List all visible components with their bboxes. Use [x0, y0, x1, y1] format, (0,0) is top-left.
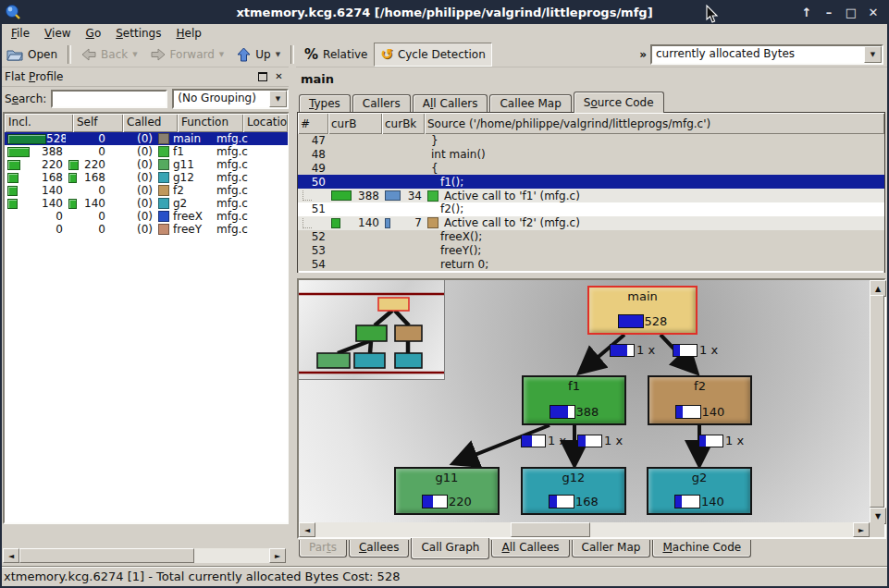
scroll-thumb[interactable] — [19, 548, 194, 563]
back-button[interactable]: Back ▼ — [75, 43, 144, 67]
source-line-47[interactable]: 47} — [298, 134, 884, 148]
tree-branch-icon — [303, 190, 312, 201]
scroll-left-icon[interactable]: ◄ — [3, 548, 19, 563]
toolbar-overflow-chevron[interactable]: » — [639, 48, 647, 61]
edge-cost-bar — [521, 435, 546, 447]
scroll-thumb[interactable] — [511, 522, 590, 537]
node-cost-bar — [549, 495, 574, 508]
tab-callees[interactable]: Callees — [349, 540, 409, 557]
search-label: Search: — [5, 92, 46, 105]
graph-hscrollbar[interactable]: ◄ ► — [299, 522, 870, 537]
flat-profile-row-g12[interactable]: 168168(0)g12mfg.c — [5, 171, 288, 184]
combo-dropdown-icon[interactable]: ▼ — [864, 46, 882, 63]
graph-node-f1[interactable]: f1388 — [522, 375, 626, 425]
tab-machine-code[interactable]: Machine Code — [652, 540, 751, 557]
scroll-left-icon[interactable]: ◄ — [299, 522, 315, 537]
relative-button[interactable]: % Relative — [298, 43, 374, 67]
flat-profile-row-freeY[interactable]: 00(0)freeYmfg.c — [5, 223, 288, 236]
dock-float-button[interactable] — [255, 70, 269, 82]
tab-all-callees[interactable]: All Callees — [491, 540, 569, 557]
flat-profile-row-freeX[interactable]: 00(0)freeXmfg.c — [5, 210, 288, 223]
open-button[interactable]: Open — [0, 43, 64, 67]
function-title: main — [301, 72, 334, 86]
up-dropdown-icon[interactable]: ▼ — [276, 51, 280, 58]
source-line-49[interactable]: 49{ — [298, 162, 884, 176]
scroll-thumb[interactable] — [870, 295, 884, 508]
tab-callers[interactable]: Callers — [352, 94, 411, 112]
column-header-function[interactable]: Function — [178, 114, 243, 132]
forward-dropdown-icon[interactable]: ▼ — [219, 51, 224, 58]
incl-value: 388 — [42, 145, 63, 158]
incl-cost-bar — [7, 199, 18, 209]
source-column-curbk[interactable]: curBk — [382, 113, 425, 134]
minimize-button[interactable]: – — [821, 6, 837, 19]
graph-node-main[interactable]: main528 — [587, 286, 698, 335]
node-cost-value: 168 — [575, 495, 599, 508]
self-value: 0 — [98, 223, 105, 236]
graph-node-g12[interactable]: g12168 — [521, 467, 626, 515]
call-graph-canvas[interactable]: main528f1388f2140g11220g12168g21401 x1 x… — [299, 280, 870, 522]
menu-go[interactable]: Go — [79, 26, 109, 41]
self-cost-bar — [68, 173, 77, 183]
grouping-combobox[interactable]: (No Grouping) ▼ — [172, 89, 289, 109]
self-value: 168 — [84, 171, 105, 184]
event-type-combobox[interactable]: currently allocated Bytes ▼ — [650, 44, 883, 65]
tab-types[interactable]: Types — [299, 94, 351, 112]
flat-profile-header: Incl.SelfCalledFunctionLocation — [5, 114, 288, 132]
source-line-54[interactable]: 54return 0; — [298, 257, 884, 271]
source-line-51[interactable]: 51f2(); — [298, 202, 884, 216]
source-column-curb[interactable]: curB — [328, 113, 382, 134]
cycle-detection-button[interactable]: ↺ Cycle Detection — [374, 43, 491, 67]
graph-node-f2[interactable]: f2140 — [648, 375, 752, 425]
source-line-48[interactable]: 48int main() — [298, 148, 884, 162]
maximize-button[interactable]: □ — [843, 6, 859, 19]
column-header-called[interactable]: Called — [123, 114, 178, 132]
line-number: 52 — [312, 230, 326, 243]
flat-profile-row-f2[interactable]: 1400(0)f2mfg.c — [5, 184, 288, 197]
source-header: #curBcurBkSource ('/home/philippe/valgri… — [298, 113, 884, 134]
flat-profile-row-g11[interactable]: 220220(0)g11mfg.c — [5, 158, 288, 171]
shade-button[interactable]: ↑ — [798, 6, 815, 19]
flat-profile-row-f1[interactable]: 3880(0)f1mfg.c — [5, 145, 288, 158]
graph-node-g2[interactable]: g2140 — [647, 467, 752, 515]
flat-profile-row-main[interactable]: 5280(0)mainmfg.c — [5, 132, 288, 145]
tab-caller-map[interactable]: Caller Map — [572, 540, 651, 557]
node-cost-bar — [674, 495, 700, 508]
source-line-52[interactable]: 52freeX(); — [298, 230, 884, 244]
tab-source-code[interactable]: Source Code — [574, 92, 664, 113]
source-line-50[interactable]: 50f1(); — [298, 175, 884, 189]
source-column-num[interactable]: # — [298, 113, 328, 134]
column-header-location[interactable]: Location — [243, 114, 288, 132]
menu-help[interactable]: Help — [168, 26, 208, 41]
menu-file[interactable]: File — [4, 26, 37, 41]
source-column-source[interactable]: Source ('/home/philippe/valgrind/littlep… — [425, 113, 884, 134]
search-input[interactable] — [51, 90, 167, 108]
source-call-row[interactable]: 1407Active call to 'f2' (mfg.c) — [298, 216, 884, 230]
column-header-self[interactable]: Self — [73, 114, 123, 132]
self-value: 0 — [98, 132, 105, 145]
tab-call-graph[interactable]: Call Graph — [411, 538, 489, 559]
menu-view[interactable]: View — [37, 26, 78, 41]
graph-node-g11[interactable]: g11220 — [394, 467, 500, 515]
column-header-incl[interactable]: Incl. — [5, 114, 73, 132]
graph-vscrollbar[interactable]: ▲ ▼ — [870, 280, 884, 522]
edge-call-count-label: 1 x — [521, 434, 566, 447]
scroll-right-icon[interactable]: ► — [269, 548, 286, 563]
flat-profile-hscrollbar[interactable]: ◄ ► — [3, 548, 286, 563]
close-button[interactable]: ✕ — [865, 6, 882, 19]
tab-parts[interactable]: Parts — [299, 540, 347, 557]
combo-dropdown-icon[interactable]: ▼ — [269, 91, 287, 107]
source-line-53[interactable]: 53freeY(); — [298, 243, 884, 257]
source-text: f2(); — [427, 202, 463, 215]
flat-profile-row-g2[interactable]: 140140(0)g2mfg.c — [5, 197, 288, 210]
tab-all-callers[interactable]: All Callers — [413, 94, 488, 112]
tab-callee-map[interactable]: Callee Map — [489, 94, 571, 112]
menu-settings[interactable]: Settings — [108, 26, 168, 41]
forward-button[interactable]: Forward ▼ — [144, 43, 231, 67]
back-dropdown-icon[interactable]: ▼ — [132, 51, 137, 58]
dock-close-button[interactable]: ✕ — [272, 70, 286, 82]
up-button[interactable]: Up ▼ — [230, 43, 287, 67]
scroll-right-icon[interactable]: ► — [853, 522, 870, 537]
vertical-splitter[interactable] — [289, 67, 296, 566]
source-call-row[interactable]: 38834Active call to 'f1' (mfg.c) — [298, 189, 884, 202]
